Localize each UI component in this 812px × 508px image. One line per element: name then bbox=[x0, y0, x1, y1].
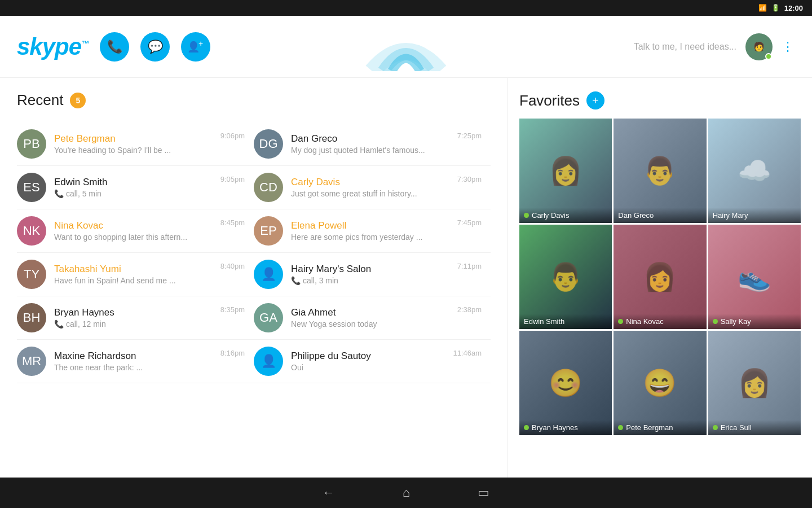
favorite-item[interactable]: ☁️ Hairy Mary bbox=[708, 119, 801, 223]
fav-online-dot bbox=[618, 425, 623, 430]
header-left: skype™ 📞 💬 👤+ bbox=[17, 32, 210, 62]
fav-name-badge: Hairy Mary bbox=[708, 208, 801, 223]
contact-name: Gia Ahmet bbox=[291, 307, 449, 318]
fav-name-badge: Carly Davis bbox=[519, 208, 612, 223]
contact-avatar: 👤 bbox=[254, 347, 283, 376]
contact-info: Pete Bergman You're heading to Spain? I'… bbox=[54, 133, 213, 155]
favorite-item[interactable]: 👩 Erica Sull bbox=[708, 331, 801, 435]
fav-name: Carly Davis bbox=[532, 211, 569, 220]
fav-name-badge: Edwin Smith bbox=[519, 314, 612, 329]
contact-preview: Just got some great stuff in history... bbox=[291, 189, 449, 198]
favorite-item[interactable]: 👩 Nina Kovac bbox=[614, 225, 706, 329]
add-contact-button[interactable]: 👤+ bbox=[181, 32, 210, 62]
skype-logo: skype™ bbox=[17, 33, 89, 60]
battery-icon: 🔋 bbox=[771, 4, 780, 12]
contact-time: 8:35pm bbox=[220, 305, 245, 314]
fav-name: Pete Bergman bbox=[626, 423, 673, 432]
wifi-icon: 📶 bbox=[758, 4, 767, 12]
favorites-section: Favorites + 👩 Carly Davis 👨 Dan Greco ☁️… bbox=[508, 78, 812, 478]
contact-preview: New Yoga session today bbox=[291, 319, 449, 329]
add-favorite-button[interactable]: + bbox=[586, 91, 604, 110]
favorites-header: Favorites + bbox=[519, 91, 801, 110]
contact-item[interactable]: PB Pete Bergman You're heading to Spain?… bbox=[17, 122, 254, 166]
contact-item[interactable]: 👤 Philippe du Sautoy Oui 11:46am bbox=[254, 340, 491, 383]
contact-name: Maxine Richardson bbox=[54, 351, 213, 362]
recent-section: Recent 5 PB Pete Bergman You're heading … bbox=[0, 78, 508, 478]
contact-item[interactable]: BH Bryan Haynes 📞 call, 12 min 8:35pm bbox=[17, 296, 254, 340]
contact-item[interactable]: DG Dan Greco My dog just quoted Hamlet's… bbox=[254, 122, 491, 166]
user-avatar[interactable]: 🧑 bbox=[745, 33, 773, 60]
contact-name: Pete Bergman bbox=[54, 133, 213, 144]
contact-time: 7:25pm bbox=[457, 132, 482, 140]
fav-online-dot bbox=[713, 425, 718, 430]
recent-apps-button[interactable]: ▭ bbox=[478, 485, 489, 500]
contact-item[interactable]: GA Gia Ahmet New Yoga session today 2:38… bbox=[254, 296, 491, 340]
contact-info: Philippe du Sautoy Oui bbox=[291, 351, 445, 372]
fav-name-badge: Bryan Haynes bbox=[519, 420, 612, 435]
contact-name: Edwin Smith bbox=[54, 177, 213, 188]
contact-avatar: GA bbox=[254, 303, 283, 332]
contact-time: 7:45pm bbox=[457, 218, 482, 227]
contact-time: 11:46am bbox=[453, 349, 482, 357]
contact-info: Elena Powell Here are some pics from yes… bbox=[291, 220, 449, 242]
contact-avatar: TY bbox=[17, 260, 46, 289]
main-content: Recent 5 PB Pete Bergman You're heading … bbox=[0, 78, 812, 478]
recent-header: Recent 5 bbox=[17, 91, 491, 109]
contact-avatar: CD bbox=[254, 173, 283, 202]
contact-item[interactable]: 👤 Hairy Mary's Salon 📞 call, 3 min 7:11p… bbox=[254, 253, 491, 296]
status-bar: 📶 🔋 12:00 bbox=[0, 0, 812, 16]
contact-name: Carly Davis bbox=[291, 177, 449, 188]
contact-avatar: BH bbox=[17, 303, 46, 332]
contact-item[interactable]: CD Carly Davis Just got some great stuff… bbox=[254, 166, 491, 209]
online-indicator bbox=[765, 53, 772, 60]
contact-item[interactable]: NK Nina Kovac Want to go shopping later … bbox=[17, 209, 254, 253]
recent-badge: 5 bbox=[70, 93, 86, 108]
favorite-item[interactable]: 👨 Dan Greco bbox=[614, 119, 706, 223]
contact-info: Hairy Mary's Salon 📞 call, 3 min bbox=[291, 264, 449, 285]
contact-time: 8:40pm bbox=[220, 262, 245, 270]
contact-name: Philippe du Sautoy bbox=[291, 351, 445, 362]
favorites-grid: 👩 Carly Davis 👨 Dan Greco ☁️ Hairy Mary … bbox=[519, 119, 801, 435]
contact-avatar: 👤 bbox=[254, 260, 283, 289]
home-button[interactable]: ⌂ bbox=[403, 485, 410, 500]
fav-name: Dan Greco bbox=[618, 211, 654, 220]
favorite-item[interactable]: 👟 Sally Kay bbox=[708, 225, 801, 329]
back-button[interactable]: ← bbox=[323, 485, 335, 500]
contact-name: Hairy Mary's Salon bbox=[291, 264, 449, 275]
contact-info: Dan Greco My dog just quoted Hamlet's fa… bbox=[291, 133, 449, 155]
fav-name: Sally Kay bbox=[721, 317, 751, 326]
search-placeholder[interactable]: Talk to me, I need ideas... bbox=[634, 42, 736, 52]
chat-button[interactable]: 💬 bbox=[140, 32, 170, 62]
header-right: Talk to me, I need ideas... 🧑 ⋮ bbox=[634, 33, 795, 60]
contact-item[interactable]: MR Maxine Richardson The one near the pa… bbox=[17, 340, 254, 383]
fav-name-badge: Sally Kay bbox=[708, 314, 801, 329]
contact-info: Maxine Richardson The one near the park:… bbox=[54, 351, 213, 372]
contact-preview: Oui bbox=[291, 363, 445, 372]
fav-online-dot bbox=[524, 213, 529, 218]
contact-time: 7:30pm bbox=[457, 175, 482, 183]
fav-name-badge: Dan Greco bbox=[614, 208, 706, 223]
contact-item[interactable]: TY Takahashi Yumi Have fun in Spain! And… bbox=[17, 253, 254, 296]
contact-avatar: ES bbox=[17, 173, 46, 202]
fav-name: Erica Sull bbox=[721, 423, 752, 432]
contact-name: Takahashi Yumi bbox=[54, 264, 213, 275]
contact-time: 2:38pm bbox=[457, 305, 482, 314]
favorite-item[interactable]: 😊 Bryan Haynes bbox=[519, 331, 612, 435]
contact-item[interactable]: ES Edwin Smith 📞 call, 5 min 9:05pm bbox=[17, 166, 254, 209]
more-options-button[interactable]: ⋮ bbox=[782, 40, 795, 54]
call-button[interactable]: 📞 bbox=[100, 32, 129, 62]
contact-avatar: PB bbox=[17, 129, 46, 159]
fav-name-badge: Pete Bergman bbox=[614, 420, 706, 435]
favorite-item[interactable]: 👨 Edwin Smith bbox=[519, 225, 612, 329]
fav-online-dot bbox=[713, 319, 718, 324]
contact-name: Nina Kovac bbox=[54, 220, 213, 231]
contact-time: 8:16pm bbox=[220, 349, 245, 357]
fav-online-dot bbox=[524, 425, 529, 430]
status-time: 12:00 bbox=[784, 4, 803, 12]
contact-info: Bryan Haynes 📞 call, 12 min bbox=[54, 307, 213, 329]
contact-item[interactable]: EP Elena Powell Here are some pics from … bbox=[254, 209, 491, 253]
contacts-grid: PB Pete Bergman You're heading to Spain?… bbox=[17, 122, 491, 383]
favorite-item[interactable]: 😄 Pete Bergman bbox=[614, 331, 706, 435]
favorite-item[interactable]: 👩 Carly Davis bbox=[519, 119, 612, 223]
contact-time: 9:05pm bbox=[220, 175, 245, 183]
